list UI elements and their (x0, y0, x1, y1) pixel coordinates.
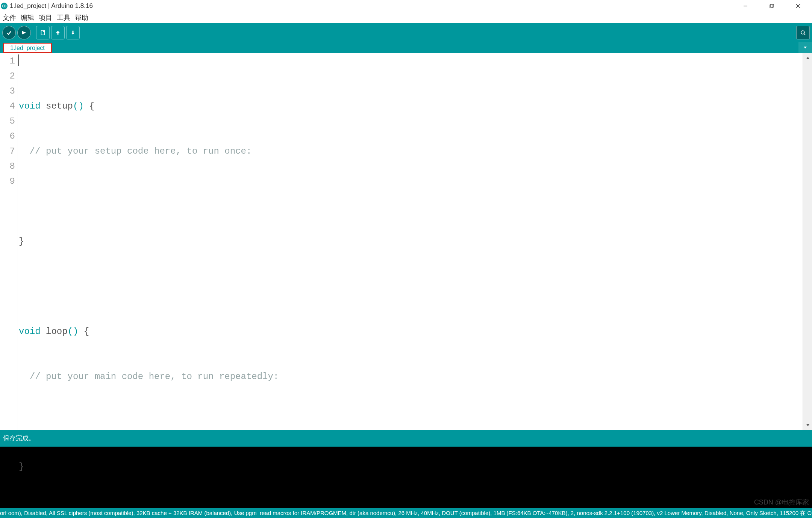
code-area[interactable]: void setup() { // put your setup code he… (18, 53, 803, 430)
minimize-button[interactable] (732, 0, 759, 12)
upload-button[interactable] (17, 26, 31, 39)
board-info: orf oom), Disabled, All SSL ciphers (mos… (0, 508, 812, 518)
line-number: 2 (0, 69, 15, 84)
line-number: 3 (0, 84, 15, 99)
menu-help[interactable]: 帮助 (73, 12, 90, 23)
code-token: loop (41, 326, 68, 337)
line-number: 5 (0, 114, 15, 129)
menu-edit[interactable]: 编辑 (19, 12, 36, 23)
editor: 1 2 3 4 5 6 7 8 9 void setup() { // put … (0, 53, 812, 430)
svg-rect-4 (771, 4, 774, 7)
svg-rect-10 (41, 30, 45, 35)
menu-bar: 文件 编辑 项目 工具 帮助 (0, 12, 812, 23)
line-number: 6 (0, 129, 15, 144)
code-token: { (84, 101, 95, 111)
title-left: 1.led_project | Arduino 1.8.16 (1, 2, 93, 10)
window-controls (732, 0, 811, 12)
save-button[interactable] (66, 26, 80, 39)
svg-marker-11 (56, 30, 60, 35)
code-token: void (19, 101, 41, 111)
svg-marker-9 (22, 31, 26, 34)
maximize-button[interactable] (759, 0, 785, 12)
code-token: setup (41, 101, 73, 111)
toolbar (0, 23, 812, 42)
text-cursor (18, 54, 19, 66)
window-title: 1.led_project | Arduino 1.8.16 (10, 2, 93, 10)
line-number: 1 (0, 54, 15, 69)
code-token: () (73, 101, 84, 111)
code-token: void (19, 326, 41, 337)
menu-file[interactable]: 文件 (1, 12, 18, 23)
line-number: 7 (0, 144, 15, 159)
svg-marker-12 (71, 30, 75, 35)
bottom-status-bar: orf oom), Disabled, All SSL ciphers (mos… (0, 508, 812, 518)
scroll-down-arrow-icon[interactable] (803, 420, 812, 430)
code-token: // put your setup code here, to run once… (19, 146, 251, 156)
code-token: } (19, 236, 24, 246)
line-number: 4 (0, 99, 15, 114)
code-token: () (68, 326, 79, 337)
arduino-app-icon (1, 3, 8, 9)
verify-button[interactable] (2, 26, 16, 39)
title-bar: 1.led_project | Arduino 1.8.16 (0, 0, 812, 12)
menu-tools[interactable]: 工具 (55, 12, 72, 23)
svg-marker-16 (806, 57, 809, 59)
tab-bar: 1.led_project (0, 42, 812, 53)
tab-dropdown-button[interactable] (798, 42, 812, 53)
open-button[interactable] (51, 26, 65, 39)
close-button[interactable] (785, 0, 811, 12)
line-number: 8 (0, 159, 15, 174)
code-token: { (78, 326, 89, 337)
svg-marker-15 (804, 47, 807, 48)
svg-line-14 (804, 33, 805, 35)
svg-marker-17 (806, 424, 809, 426)
new-button[interactable] (36, 26, 50, 39)
line-number: 9 (0, 174, 15, 189)
code-token: // put your main code here, to run repea… (19, 372, 279, 382)
scroll-up-arrow-icon[interactable] (803, 53, 812, 62)
code-token: } (19, 462, 24, 472)
tab-active[interactable]: 1.led_project (3, 43, 52, 53)
serial-monitor-button[interactable] (796, 26, 810, 39)
vertical-scrollbar[interactable] (803, 53, 812, 430)
line-number-gutter: 1 2 3 4 5 6 7 8 9 (0, 53, 18, 430)
svg-point-13 (801, 30, 804, 34)
menu-sketch[interactable]: 项目 (37, 12, 54, 23)
svg-rect-3 (770, 5, 773, 8)
